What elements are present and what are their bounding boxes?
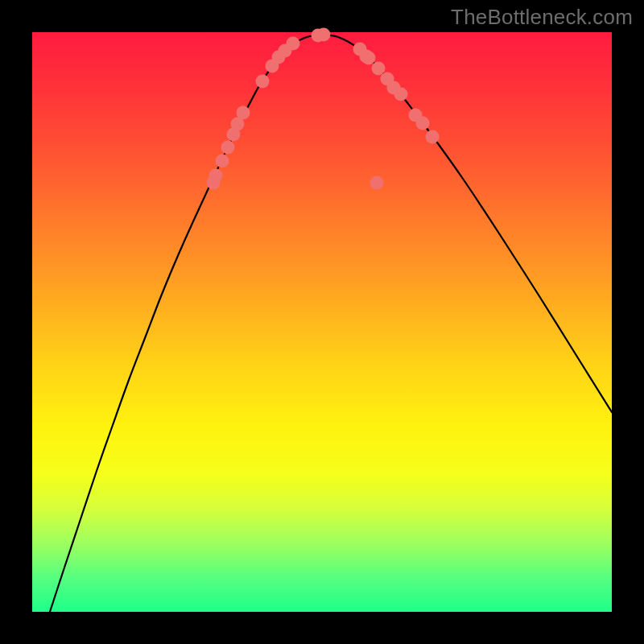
data-point bbox=[237, 106, 250, 120]
data-point bbox=[317, 28, 331, 42]
data-point-markers bbox=[207, 28, 440, 190]
data-point bbox=[287, 37, 300, 51]
watermark-text: TheBottleneck.com bbox=[451, 5, 633, 30]
chart-frame: TheBottleneck.com bbox=[0, 0, 644, 644]
data-point bbox=[394, 88, 408, 101]
data-point bbox=[362, 52, 376, 65]
data-point bbox=[221, 141, 235, 155]
data-point bbox=[209, 169, 223, 183]
data-point bbox=[416, 117, 430, 130]
data-point bbox=[426, 130, 440, 144]
data-point bbox=[372, 62, 386, 76]
plot-area bbox=[32, 32, 612, 612]
bottleneck-curve bbox=[50, 35, 612, 612]
data-point bbox=[216, 155, 229, 168]
data-point bbox=[370, 176, 384, 190]
data-point bbox=[256, 75, 270, 89]
curve-svg bbox=[32, 32, 612, 612]
